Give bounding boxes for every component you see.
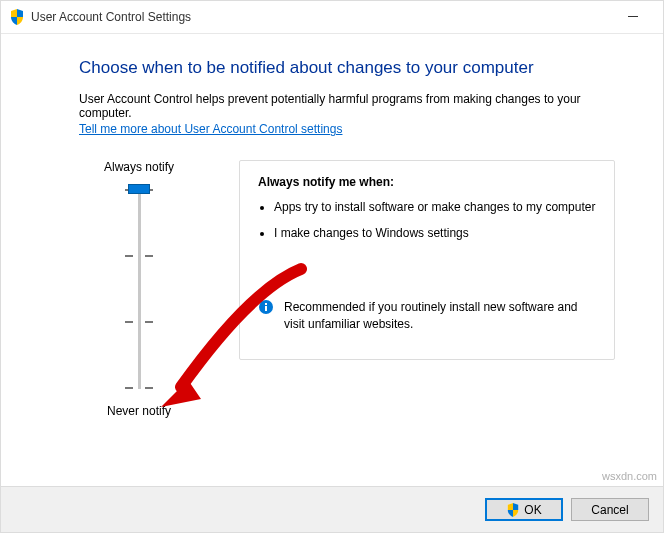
help-link[interactable]: Tell me more about User Account Control … — [79, 122, 342, 136]
footer-bar: OK Cancel — [1, 486, 663, 532]
minimize-button[interactable] — [611, 7, 655, 27]
slider-tick — [125, 255, 153, 257]
page-heading: Choose when to be notified about changes… — [79, 58, 615, 78]
info-list: Apps try to install software or make cha… — [274, 199, 596, 241]
watermark: wsxdn.com — [602, 470, 657, 482]
content-area: Choose when to be notified about changes… — [1, 34, 663, 428]
ok-button[interactable]: OK — [485, 498, 563, 521]
recommended-row: Recommended if you routinely install new… — [258, 299, 596, 331]
slider-label-top: Always notify — [104, 160, 174, 174]
svg-rect-2 — [265, 306, 267, 311]
slider-label-bottom: Never notify — [107, 404, 171, 418]
notification-level-slider[interactable] — [119, 184, 159, 394]
slider-tick — [125, 387, 153, 389]
title-bar: User Account Control Settings — [1, 1, 663, 34]
info-title: Always notify me when: — [258, 175, 596, 189]
ok-button-label: OK — [524, 503, 541, 517]
svg-rect-0 — [628, 16, 638, 17]
cancel-button-label: Cancel — [591, 503, 628, 517]
page-subtext: User Account Control helps prevent poten… — [79, 92, 615, 120]
slider-column: Always notify Never notify — [79, 160, 199, 418]
info-panel: Always notify me when: Apps try to insta… — [239, 160, 615, 360]
cancel-button[interactable]: Cancel — [571, 498, 649, 521]
slider-tick — [125, 321, 153, 323]
uac-shield-icon — [9, 9, 25, 25]
info-icon — [258, 299, 274, 315]
slider-track — [138, 189, 141, 389]
uac-shield-icon — [506, 503, 520, 517]
svg-rect-3 — [265, 303, 267, 305]
info-bullet: Apps try to install software or make cha… — [274, 199, 596, 215]
body-area: Always notify Never notify Always notify… — [79, 160, 615, 418]
window-title: User Account Control Settings — [31, 10, 191, 24]
info-bullet: I make changes to Windows settings — [274, 225, 596, 241]
info-column: Always notify me when: Apps try to insta… — [199, 160, 615, 360]
recommended-text: Recommended if you routinely install new… — [284, 299, 596, 331]
slider-thumb[interactable] — [128, 184, 150, 194]
